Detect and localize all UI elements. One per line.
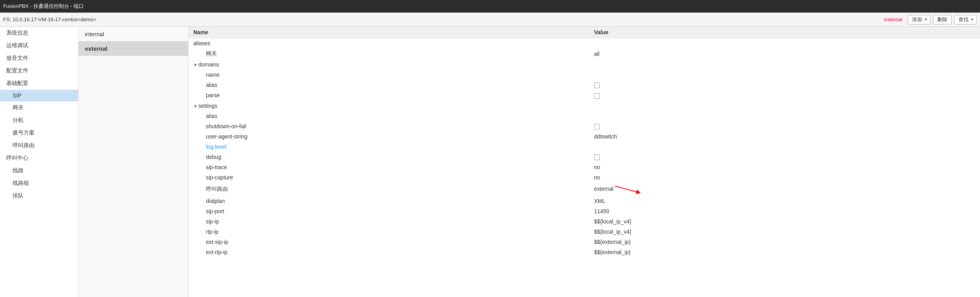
- row-name-cell: ext-sip-ip: [189, 237, 589, 247]
- table-row[interactable]: parse: [189, 90, 980, 100]
- table-row[interactable]: sip-captureno: [189, 172, 980, 183]
- middle-panel: internalexternal: [79, 27, 189, 297]
- row-value-text: [589, 59, 980, 70]
- table-row[interactable]: ▼domains: [189, 59, 980, 70]
- row-name-cell: user-agent-string: [189, 131, 589, 142]
- table-row[interactable]: name: [189, 70, 980, 80]
- top-bar: FusionPBX - 扶桑通信控制台 - 端口: [0, 0, 980, 13]
- right-panel: Name Value aliases网关all▼domainsnamealias…: [189, 27, 980, 297]
- sidebar-item-call-center[interactable]: 呼叫中心: [0, 152, 78, 164]
- row-name-cell: parse: [189, 90, 589, 100]
- sidebar-item-call-routing[interactable]: 呼叫路由: [0, 139, 78, 152]
- add-dropdown-arrow: ▼: [924, 17, 928, 22]
- row-value-text: external: [594, 186, 614, 192]
- chevron-icon: ▼: [193, 104, 198, 109]
- row-name-cell: 网关: [189, 48, 589, 59]
- svg-line-0: [615, 186, 639, 192]
- table-row[interactable]: 呼叫路由external: [189, 183, 980, 196]
- row-value-text: [589, 111, 980, 121]
- checkbox-icon[interactable]: [594, 155, 600, 160]
- row-name-cell: ▼domains: [189, 59, 589, 70]
- table-row[interactable]: dialplanXML: [189, 196, 980, 206]
- main-layout: 系统信息运维调试放音文件配置文件基础配置SIP网关分机拨号方案呼叫路由呼叫中心线…: [0, 27, 980, 297]
- table-row[interactable]: sip-ip$${local_ip_v4}: [189, 216, 980, 227]
- row-value-text: $${external_ip}: [589, 237, 980, 247]
- sidebar-item-dial-plan[interactable]: 拨号方案: [0, 127, 78, 139]
- row-value-cell: [589, 152, 980, 162]
- sidebar-item-extension[interactable]: 分机: [0, 114, 78, 127]
- middle-item-external[interactable]: external: [79, 41, 188, 56]
- row-value-text: ddtswitch: [589, 131, 980, 142]
- find-button[interactable]: 查找 ▼: [954, 15, 977, 24]
- sidebar-item-system-info[interactable]: 系统信息: [0, 27, 78, 39]
- row-name-cell: name: [189, 70, 589, 80]
- row-value-cell: [589, 90, 980, 100]
- find-dropdown-arrow: ▼: [970, 17, 974, 22]
- table-row[interactable]: user-agent-stringddtswitch: [189, 131, 980, 142]
- row-value-cell: [589, 121, 980, 131]
- toolbar-context: external: [884, 17, 902, 22]
- delete-button[interactable]: 删除: [933, 15, 952, 24]
- col-value: Value: [589, 27, 980, 38]
- sidebar-item-gateway[interactable]: 网关: [0, 101, 78, 114]
- row-name-cell: 呼叫路由: [189, 183, 589, 196]
- row-name-cell: shutdown-on-fail: [189, 121, 589, 131]
- row-name-cell: alias: [189, 80, 589, 90]
- checkbox-icon[interactable]: [594, 83, 600, 88]
- table-row[interactable]: ▼settings: [189, 101, 980, 111]
- sidebar-item-config-files[interactable]: 配置文件: [0, 65, 78, 77]
- table-row[interactable]: 网关all: [189, 48, 980, 59]
- table-row[interactable]: sip-port11450: [189, 206, 980, 216]
- row-value-text: $${external_ip}: [589, 247, 980, 257]
- table-row[interactable]: aliases: [189, 38, 980, 49]
- table-row[interactable]: rtp-ip$${local_ip_v4}: [189, 227, 980, 237]
- sidebar-item-basic-config[interactable]: 基础配置: [0, 77, 78, 90]
- table-row[interactable]: ext-sip-ip$${external_ip}: [189, 237, 980, 247]
- sidebar-item-sip[interactable]: SIP: [0, 90, 78, 101]
- row-value-text: [589, 101, 980, 111]
- row-value-text: [589, 70, 980, 80]
- table-row[interactable]: alias: [189, 111, 980, 121]
- row-value-text: [589, 142, 980, 152]
- middle-item-internal[interactable]: internal: [79, 27, 188, 41]
- table-row[interactable]: sip-traceno: [189, 162, 980, 172]
- annotation-arrow: [613, 186, 646, 192]
- row-name-cell: alias: [189, 111, 589, 121]
- sidebar: 系统信息运维调试放音文件配置文件基础配置SIP网关分机拨号方案呼叫路由呼叫中心线…: [0, 27, 79, 297]
- table-row[interactable]: shutdown-on-fail: [189, 121, 980, 131]
- row-value-text: no: [589, 172, 980, 183]
- checkbox-icon[interactable]: [594, 124, 600, 129]
- row-name-cell: ext-rtp-ip: [189, 247, 589, 257]
- row-value-text: no: [589, 162, 980, 172]
- row-value-cell: [589, 80, 980, 90]
- row-name-cell: sip-capture: [189, 172, 589, 183]
- chevron-icon: ▼: [193, 63, 198, 67]
- sidebar-item-queue[interactable]: 排队: [0, 190, 78, 202]
- toolbar-path: FS: 10.0.16.17-VM-16-17-centos<demo>: [3, 17, 882, 22]
- table-row[interactable]: ext-rtp-ip$${external_ip}: [189, 247, 980, 257]
- app-title: FusionPBX - 扶桑通信控制台 - 端口: [3, 3, 84, 10]
- add-label: 添加: [912, 16, 922, 23]
- row-value-text: $${local_ip_v4}: [589, 227, 980, 237]
- col-name: Name: [189, 27, 589, 38]
- row-value-text: all: [589, 48, 980, 59]
- row-name-cell: sip-trace: [189, 162, 589, 172]
- row-value-text: $${local_ip_v4}: [589, 216, 980, 227]
- find-label: 查找: [958, 16, 969, 23]
- sidebar-item-lines[interactable]: 线路: [0, 164, 78, 177]
- row-name-cell: log-level: [189, 142, 589, 152]
- row-name-cell: aliases: [189, 38, 589, 49]
- add-button[interactable]: 添加 ▼: [908, 15, 930, 24]
- row-name-cell: ▼settings: [189, 101, 589, 111]
- sidebar-item-line-groups[interactable]: 线路组: [0, 177, 78, 190]
- sidebar-item-audio-files[interactable]: 放音文件: [0, 52, 78, 65]
- sidebar-item-ops-debug[interactable]: 运维调试: [0, 39, 78, 52]
- table-row[interactable]: alias: [189, 80, 980, 90]
- row-value-text: [589, 38, 980, 49]
- row-name-cell: rtp-ip: [189, 227, 589, 237]
- checkbox-icon[interactable]: [594, 93, 600, 99]
- row-value-cell: external: [589, 183, 980, 196]
- row-value-text: XML: [589, 196, 980, 206]
- table-row[interactable]: log-level: [189, 142, 980, 152]
- table-row[interactable]: debug: [189, 152, 980, 162]
